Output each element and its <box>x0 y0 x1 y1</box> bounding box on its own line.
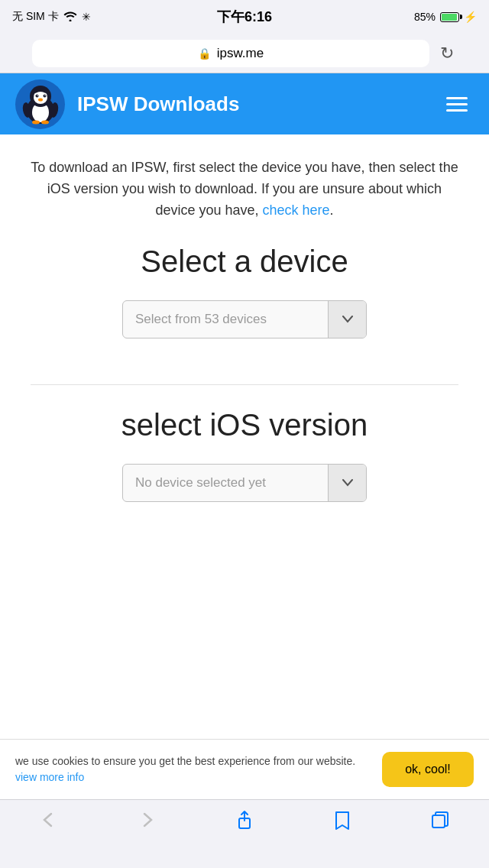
url-bar[interactable]: 🔒 ipsw.me <box>32 40 429 67</box>
tabs-button[interactable] <box>429 809 451 831</box>
ios-section: select iOS version No device selected ye… <box>0 384 489 548</box>
ios-select-arrow[interactable] <box>328 464 366 502</box>
url-text: ipsw.me <box>217 46 264 61</box>
hamburger-menu[interactable] <box>440 91 474 118</box>
battery-percent: 85% <box>414 11 436 23</box>
penguin-logo-svg <box>18 81 63 127</box>
check-here-link[interactable]: check here <box>263 202 330 218</box>
section-divider <box>31 384 458 385</box>
charging-icon: ⚡ <box>464 11 477 23</box>
select-device-title: Select a device <box>31 245 458 279</box>
svg-point-9 <box>44 95 45 96</box>
battery-icon-container <box>440 12 459 22</box>
device-select-placeholder: Select from 53 devices <box>123 312 328 327</box>
status-left: 无 SIM 卡 ✳ <box>12 10 91 24</box>
status-right: 85% ⚡ <box>414 11 477 23</box>
hamburger-line3 <box>446 109 468 112</box>
device-select[interactable]: Select from 53 devices <box>122 300 367 338</box>
forward-button[interactable] <box>136 809 157 831</box>
signal-icon: ✳ <box>82 11 91 23</box>
select-ios-title: select iOS version <box>31 408 458 442</box>
main-content: To download an IPSW, first select the de… <box>0 134 489 384</box>
chevron-down-icon <box>342 316 353 323</box>
hamburger-line1 <box>446 97 468 99</box>
back-button[interactable] <box>38 809 60 831</box>
nav-header: IPSW Downloads <box>0 73 489 134</box>
svg-point-13 <box>32 121 40 125</box>
cookie-accept-button[interactable]: ok, cool! <box>382 752 474 787</box>
chevron-down-icon-2 <box>342 479 353 487</box>
cookie-text: we use cookies to ensure you get the bes… <box>15 753 370 785</box>
ios-select-placeholder: No device selected yet <box>123 475 328 491</box>
reload-button[interactable]: ↻ <box>437 40 457 66</box>
device-select-arrow[interactable] <box>328 300 366 338</box>
share-button[interactable] <box>234 809 255 831</box>
bookmarks-button[interactable] <box>332 809 353 831</box>
description-text: To download an IPSW, first select the de… <box>31 157 458 222</box>
svg-point-8 <box>37 95 37 96</box>
browser-bar: 🔒 ipsw.me ↻ <box>0 34 489 73</box>
device-select-wrapper: Select from 53 devices <box>31 300 458 338</box>
svg-point-7 <box>43 95 46 98</box>
status-time: 下午6:16 <box>217 8 272 26</box>
status-bar: 无 SIM 卡 ✳ 下午6:16 85% ⚡ <box>0 0 489 34</box>
hamburger-line2 <box>446 103 468 105</box>
svg-point-6 <box>35 95 38 98</box>
bottom-nav <box>0 799 489 868</box>
carrier-text: 无 SIM 卡 <box>12 10 59 24</box>
cookie-more-info-link[interactable]: view more info <box>15 771 84 783</box>
nav-title: IPSW Downloads <box>77 92 428 116</box>
svg-rect-16 <box>432 815 445 828</box>
wifi-icon <box>63 11 77 24</box>
ios-select-wrapper: No device selected yet <box>31 464 458 502</box>
ios-select[interactable]: No device selected yet <box>122 464 367 502</box>
svg-point-14 <box>41 121 49 125</box>
cookie-banner: we use cookies to ensure you get the bes… <box>0 739 489 799</box>
lock-icon: 🔒 <box>198 47 211 60</box>
svg-point-10 <box>38 99 43 102</box>
site-logo <box>15 79 65 129</box>
